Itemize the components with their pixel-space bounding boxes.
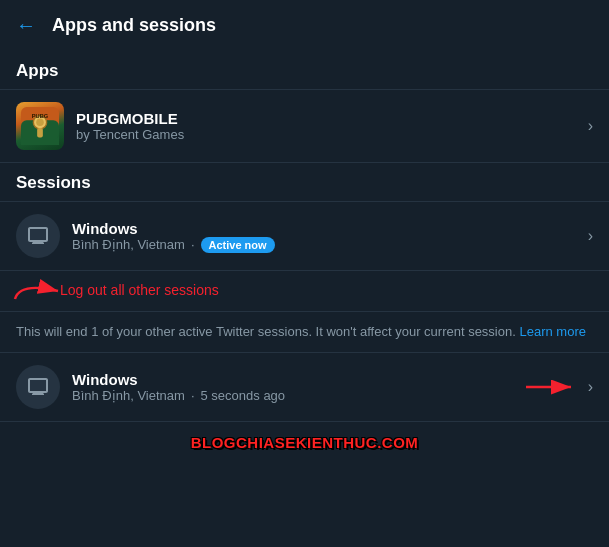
page-title: Apps and sessions <box>52 15 216 36</box>
logout-section: Log out all other sessions <box>0 271 609 311</box>
session-info-current: Windows Bình Định, Vietnam · Active now <box>72 220 588 253</box>
app-icon-pubg: PUBG <box>16 102 64 150</box>
arrow-1-icon <box>10 277 65 305</box>
watermark: BLOGCHIASEKIENTHUC.COM <box>0 422 609 460</box>
session-item-other[interactable]: Windows Bình Định, Vietnam · 5 seconds a… <box>0 353 609 421</box>
learn-more-link[interactable]: Learn more <box>519 324 585 339</box>
session-chevron-current: › <box>588 227 593 245</box>
session-location-other: Bình Định, Vietnam <box>72 388 185 403</box>
session-time-other: 5 seconds ago <box>201 388 286 403</box>
active-badge: Active now <box>201 237 275 253</box>
watermark-text: BLOGCHIASEKIENTHUC.COM <box>191 434 419 451</box>
header: ← Apps and sessions <box>0 0 609 51</box>
session-detail-current: Bình Định, Vietnam · Active now <box>72 237 588 253</box>
svg-rect-5 <box>37 128 43 137</box>
app-info: PUBGMOBILE by Tencent Games <box>76 110 588 142</box>
session-detail-other: Bình Định, Vietnam · 5 seconds ago <box>72 388 580 403</box>
monitor-icon <box>26 224 50 248</box>
session-location-current: Bình Định, Vietnam <box>72 237 185 252</box>
monitor-icon-other <box>26 375 50 399</box>
apps-section-title: Apps <box>0 51 609 89</box>
pubg-icon-graphic: PUBG <box>16 102 64 150</box>
session-chevron-other: › <box>588 378 593 396</box>
session-item-current[interactable]: Windows Bình Định, Vietnam · Active now … <box>0 202 609 270</box>
svg-text:PUBG: PUBG <box>32 113 49 119</box>
logout-all-sessions-link[interactable]: Log out all other sessions <box>60 282 219 298</box>
arrow-2-icon <box>521 376 581 398</box>
sessions-section-title: Sessions <box>0 163 609 201</box>
device-icon-other <box>16 365 60 409</box>
info-text: This will end 1 of your other active Twi… <box>0 311 609 353</box>
app-name: PUBGMOBILE <box>76 110 588 127</box>
session-device-current: Windows <box>72 220 588 237</box>
svg-point-4 <box>36 118 44 126</box>
app-developer: by Tencent Games <box>76 127 588 142</box>
device-icon-current <box>16 214 60 258</box>
session-device-other: Windows <box>72 371 580 388</box>
app-item-pubg[interactable]: PUBG PUBGMOBILE by Tencent Games › <box>0 90 609 162</box>
session-info-other: Windows Bình Định, Vietnam · 5 seconds a… <box>72 371 580 403</box>
app-chevron-icon: › <box>588 117 593 135</box>
info-text-content: This will end 1 of your other active Twi… <box>16 324 516 339</box>
back-button[interactable]: ← <box>16 14 36 37</box>
